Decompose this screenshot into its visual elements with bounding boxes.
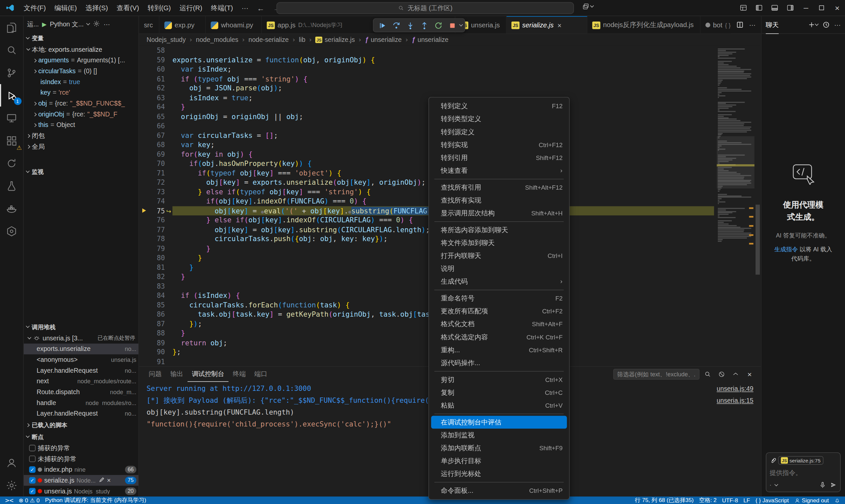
panel-tab-终端[interactable]: 终端 <box>228 367 250 382</box>
context-menu-item[interactable]: 打开内联聊天Ctrl+I <box>429 249 569 262</box>
stop-button[interactable] <box>446 19 458 31</box>
breakpoint-checkbox[interactable]: ✓ <box>29 477 36 484</box>
breakpoint-row[interactable]: 未捕获的异常 <box>24 453 139 464</box>
console-filter-input[interactable] <box>613 369 700 380</box>
variable-row[interactable]: 闭包 <box>24 130 139 141</box>
remove-breakpoint-icon[interactable]: × <box>107 476 110 484</box>
stack-frame-row[interactable]: handlenode_modules/ro... <box>24 397 139 408</box>
activity-item-search[interactable] <box>0 39 23 62</box>
context-menu-item[interactable]: 重构...Ctrl+Shift+R <box>429 344 569 357</box>
breadcrumb-item[interactable]: Nodejs_study <box>146 36 186 43</box>
loaded-scripts-section-header[interactable]: 已载入的脚本 <box>24 419 139 431</box>
activity-item-settings[interactable] <box>0 474 23 497</box>
context-menu-item[interactable]: 剪切Ctrl+X <box>429 373 569 386</box>
more-actions-icon[interactable]: ··· <box>834 21 841 29</box>
context-menu-item[interactable]: 格式化文档Shift+Alt+F <box>429 318 569 330</box>
more-actions-icon[interactable]: ··· <box>749 21 756 29</box>
chat-input-box[interactable]: JSserialize.js:75 提供指令。 · <box>766 452 841 492</box>
context-menu-item[interactable]: 添加内联断点Shift+F9 <box>429 442 569 454</box>
menubar-item[interactable]: 查看(V) <box>112 2 143 14</box>
command-center-search[interactable]: 无标题 (工作区) <box>277 2 574 14</box>
debug-session-row[interactable]: unseria.js [3... 已在断点处暂停 <box>24 333 139 344</box>
scrollbar-thumb[interactable] <box>756 204 760 274</box>
eol-status[interactable]: LF <box>741 497 753 504</box>
variable-row[interactable]: this=Object <box>24 120 139 130</box>
more-actions-icon[interactable]: ··· <box>104 20 110 28</box>
context-menu-item[interactable]: 在调试控制台中评估 <box>431 416 567 429</box>
context-menu-item[interactable]: 重命名符号F2 <box>429 292 569 305</box>
context-menu-item[interactable]: 源代码操作... <box>429 357 569 370</box>
back-arrow-icon[interactable]: ← <box>253 4 269 12</box>
breakpoint-row[interactable]: ✓serialize.jsNode...×75 <box>24 475 139 486</box>
step-out-button[interactable] <box>418 19 430 31</box>
tab-whoami.py[interactable]: whoami.py <box>206 16 262 33</box>
split-editor-icon[interactable] <box>736 21 744 29</box>
menubar-item[interactable]: 选择(S) <box>81 2 112 14</box>
toggle-panel-icon[interactable] <box>767 0 782 16</box>
activity-item-remote-explorer[interactable] <box>0 107 23 129</box>
variables-section-header[interactable]: 变量 <box>24 32 139 44</box>
signin-status[interactable]: Signed out <box>792 497 831 504</box>
close-icon[interactable]: × <box>558 21 561 29</box>
variable-row[interactable]: originObj={rce: "_$$ND_F <box>24 109 139 120</box>
context-menu-item[interactable]: 说明 <box>429 262 569 275</box>
variable-row[interactable]: 全局 <box>24 141 139 152</box>
chat-input-placeholder[interactable]: 提供指令。 <box>770 468 837 478</box>
edit-pencil-icon[interactable] <box>99 476 106 483</box>
variable-row[interactable]: circularTasks=(0) [] <box>24 66 139 76</box>
stack-frame-row[interactable]: Route.dispatchnode_m... <box>24 386 139 397</box>
variable-row[interactable]: key='rce' <box>24 87 139 98</box>
paperclip-icon[interactable] <box>770 457 776 464</box>
context-menu-item[interactable]: 复制Ctrl+C <box>429 386 569 399</box>
new-window-icon[interactable] <box>582 3 593 10</box>
menubar-item[interactable]: 运行(R) <box>175 2 207 14</box>
breakpoint-margin[interactable] <box>139 209 148 213</box>
panel-tab-输出[interactable]: 输出 <box>166 367 188 382</box>
breadcrumb-item[interactable]: ƒunserialize <box>412 36 448 43</box>
variable-row[interactable]: 本地: exports.unserialize <box>24 44 139 55</box>
context-menu-item[interactable]: 将所选内容添加到聊天 <box>429 223 569 236</box>
mode-picker[interactable]: · <box>770 482 771 488</box>
tab-serialize.js[interactable]: JSserialize.js× <box>507 16 587 33</box>
notifications[interactable] <box>831 497 843 504</box>
breakpoint-row[interactable]: 捕获的异常 <box>24 443 139 453</box>
variable-row[interactable]: obj={rce: "_$$ND_FUNC$$_ <box>24 98 139 109</box>
context-menu-item[interactable]: 转到类型定义 <box>429 112 569 125</box>
encoding-status[interactable]: UTF-8 <box>719 497 741 504</box>
menubar-item[interactable]: 转到(G) <box>143 2 175 14</box>
chevron-down-icon[interactable] <box>459 23 463 27</box>
send-icon[interactable] <box>830 482 837 488</box>
menubar-item[interactable]: 编辑(E) <box>50 2 81 14</box>
breadcrumb-item[interactable]: node_modules <box>196 36 239 43</box>
breakpoint-checkbox[interactable]: ✓ <box>29 488 36 494</box>
customize-layout-icon[interactable] <box>736 0 751 16</box>
context-menu-item[interactable]: 显示调用层次结构Shift+Alt+H <box>429 207 569 220</box>
editor-scrollbar[interactable] <box>755 46 761 366</box>
context-menu-item[interactable]: 转到定义F12 <box>429 100 569 112</box>
breadcrumb-item[interactable]: ƒunserialize <box>365 36 402 43</box>
activity-item-run-and-debug[interactable]: 1 <box>0 84 23 107</box>
step-over-button[interactable] <box>389 19 402 31</box>
close-panel-icon[interactable]: × <box>744 368 756 380</box>
context-menu-item[interactable]: 转到实现Ctrl+F12 <box>429 139 569 151</box>
context-menu-item[interactable]: 生成代码› <box>429 275 569 288</box>
minimap[interactable] <box>717 46 754 366</box>
chevron-down-icon[interactable] <box>775 482 779 486</box>
step-into-button[interactable] <box>404 19 417 31</box>
activity-item-docker[interactable] <box>0 197 23 220</box>
tab-nodejs反序列化生成payload.js[interactable]: JSnodejs反序列化生成payload.js <box>587 16 701 33</box>
attachment-chip[interactable]: JSserialize.js:75 <box>778 456 823 465</box>
context-menu-item[interactable]: 转到源定义 <box>429 125 569 138</box>
panel-tab-调试控制台[interactable]: 调试控制台 <box>188 367 228 382</box>
context-menu-item[interactable]: 查找所有实现 <box>429 194 569 207</box>
chat-history-icon[interactable] <box>822 21 830 29</box>
language-mode[interactable]: { }JavaScript <box>753 497 792 504</box>
menubar-item[interactable]: ··· <box>237 2 253 14</box>
start-debug-icon[interactable]: ▶ <box>42 21 47 28</box>
menubar-item[interactable]: 文件(F) <box>19 2 50 14</box>
context-menu-item[interactable]: 运行到光标处 <box>429 467 569 480</box>
context-menu-item[interactable]: 转到引用Shift+F12 <box>429 151 569 164</box>
activity-item-explorer[interactable] <box>0 16 23 39</box>
context-menu-item[interactable]: 更改所有匹配项Ctrl+F2 <box>429 305 569 318</box>
tab-bot[interactable]: bot{ } <box>700 16 730 33</box>
